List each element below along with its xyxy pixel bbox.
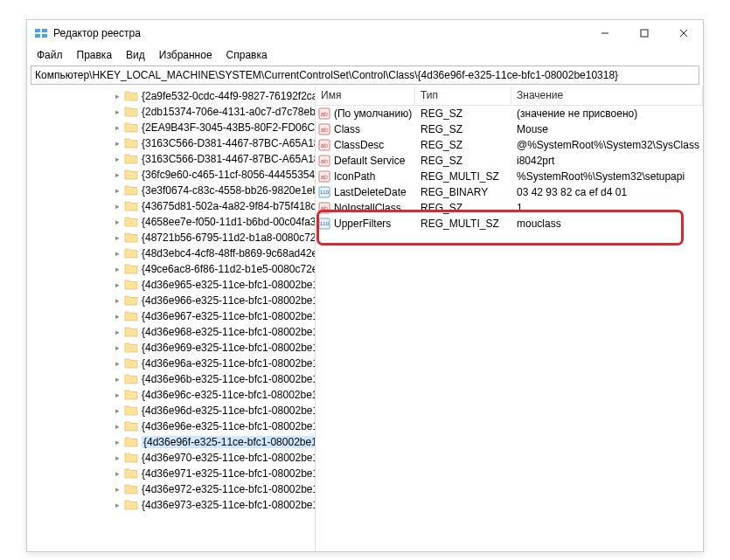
menu-favorites[interactable]: Избранное [153,47,219,63]
value-name: (По умолчанию) [334,107,412,120]
value-row[interactable]: abClassREG_SZMouse [316,121,703,137]
value-row[interactable]: 110UpperFiltersREG_MULTI_SZmouclass [316,216,703,232]
address-bar[interactable]: Компьютер\HKEY_LOCAL_MACHINE\SYSTEM\Curr… [31,66,699,85]
svg-text:ab: ab [321,205,328,211]
tree-item[interactable]: ▸{4d36e96d-e325-11ce-bfc1-08002be1031} [27,403,316,418]
chevron-right-icon[interactable]: ▸ [111,420,123,432]
chevron-right-icon[interactable]: ▸ [111,232,123,244]
tree-item[interactable]: ▸{4d36e969-e325-11ce-bfc1-08002be1031} [27,340,316,356]
svg-rect-1 [42,29,47,32]
chevron-right-icon[interactable]: ▸ [111,389,123,401]
chevron-right-icon[interactable]: ▸ [111,436,123,448]
chevron-right-icon[interactable]: ▸ [111,279,123,291]
window-title: Редактор реестра [53,27,585,39]
tree-item[interactable]: ▸{3163C566-D381-4467-87BC-A65A18D5B} [27,151,316,167]
tree-item-label: {2EA9B43F-3045-43B5-80F2-FD06C55FBE} [142,121,316,134]
tree-item[interactable]: ▸{4d36e96b-e325-11ce-bfc1-08002be1031} [27,371,316,387]
value-row[interactable]: abNoInstallClassREG_SZ1 [316,200,703,216]
tree-item[interactable]: ▸{4d36e972-e325-11ce-bfc1-08002be1031} [27,481,316,497]
tree-item[interactable]: ▸{4d36e971-e325-11ce-bfc1-08002be1031} [27,466,316,481]
tree-item-label: {4d36e967-e325-11ce-bfc1-08002be1031} [142,310,316,322]
tree-item[interactable]: ▸{2db15374-706e-4131-a0c7-d7c78eb0289} [27,104,316,120]
folder-icon [124,467,138,480]
svg-text:110: 110 [320,190,330,195]
chevron-right-icon[interactable]: ▸ [111,452,123,464]
chevron-right-icon[interactable]: ▸ [111,357,123,370]
value-data: @%SystemRoot%\System32\SysClass [511,139,703,151]
tree-item-label: {43675d81-502a-4a82-9f84-b75f418c5de} [142,200,316,212]
tree-item[interactable]: ▸{4d36e96c-e325-11ce-bfc1-08002be1031} [27,387,316,403]
value-row[interactable]: abClassDescREG_SZ@%SystemRoot%\System32\… [316,137,703,153]
tree-item-label: {4d36e973-e325-11ce-bfc1-08002be1031} [142,499,316,511]
tree-panel[interactable]: ▸{2a9fe532-0cdc-44f9-9827-76192f2ca2fb}▸… [27,86,316,551]
column-type[interactable]: Тип [415,86,511,105]
tree-item[interactable]: ▸{4d36e973-e325-11ce-bfc1-08002be1031} [27,497,316,513]
chevron-right-icon[interactable]: ▸ [111,90,123,102]
svg-rect-5 [641,30,648,37]
chevron-right-icon[interactable]: ▸ [111,326,123,338]
chevron-right-icon[interactable]: ▸ [111,467,123,480]
tree-item[interactable]: ▸{2a9fe532-0cdc-44f9-9827-76192f2ca2fb} [27,88,316,104]
menu-view[interactable]: Вид [120,47,151,63]
chevron-right-icon[interactable]: ▸ [111,310,123,322]
tree-item[interactable]: ▸{4d36e96f-e325-11ce-bfc1-08002be10318} [27,434,316,450]
svg-rect-3 [42,34,47,38]
column-name[interactable]: Имя [316,86,415,105]
chevron-right-icon[interactable]: ▸ [111,404,123,417]
tree-item[interactable]: ▸{4d36e966-e325-11ce-bfc1-08002be1031} [27,293,316,308]
menu-edit[interactable]: Правка [71,47,119,63]
chevron-right-icon[interactable]: ▸ [111,263,123,275]
main-panel: ▸{2a9fe532-0cdc-44f9-9827-76192f2ca2fb}▸… [27,86,703,551]
minimize-button[interactable] [585,21,624,45]
menu-help[interactable]: Справка [220,47,274,63]
menu-file[interactable]: Файл [31,47,69,63]
chevron-right-icon[interactable]: ▸ [111,342,123,354]
reg-string-icon: ab [318,202,330,214]
tree-item[interactable]: ▸{4658ee7e-f050-11d1-b6bd-00c04fa372a} [27,214,316,230]
value-row[interactable]: abDefault ServiceREG_SZi8042prt [316,153,703,169]
tree-item[interactable]: ▸{4d36e968-e325-11ce-bfc1-08002be1031} [27,324,316,340]
value-row[interactable]: 110LastDeleteDateREG_BINARY03 42 93 82 c… [316,184,703,200]
folder-icon [124,169,138,181]
value-data: i8042prt [511,155,703,167]
tree-item[interactable]: ▸{4d36e96a-e325-11ce-bfc1-08002be1031} [27,356,316,371]
tree-item[interactable]: ▸{3e3f0674-c83c-4558-bb26-9820e1eba} [27,183,316,198]
chevron-right-icon[interactable]: ▸ [111,184,123,197]
chevron-right-icon[interactable]: ▸ [111,294,123,307]
tree-item[interactable]: ▸{4d36e967-e325-11ce-bfc1-08002be1031} [27,308,316,324]
maximize-button[interactable] [624,21,664,45]
chevron-right-icon[interactable]: ▸ [111,373,123,385]
chevron-right-icon[interactable]: ▸ [111,169,123,181]
tree-item[interactable]: ▸{4d36e965-e325-11ce-bfc1-08002be1031} [27,277,316,293]
tree-item[interactable]: ▸{48d3ebc4-4cf8-48ff-b869-9c68ad42eb} [27,245,316,261]
tree-item[interactable]: ▸{43675d81-502a-4a82-9f84-b75f418c5de} [27,198,316,214]
chevron-right-icon[interactable]: ▸ [111,121,123,134]
folder-icon [124,184,138,197]
value-name: NoInstallClass [334,202,401,214]
tree-item[interactable]: ▸{3163C566-D381-4467-87BC-A65A18D5B} [27,135,316,151]
chevron-right-icon[interactable]: ▸ [111,200,123,212]
chevron-right-icon[interactable]: ▸ [111,216,123,228]
tree-item-label: {4d36e968-e325-11ce-bfc1-08002be1031} [142,326,316,338]
tree-item[interactable]: ▸{36fc9e60-c465-11cf-8056-444553540000} [27,167,316,183]
chevron-right-icon[interactable]: ▸ [111,153,123,165]
chevron-right-icon[interactable]: ▸ [111,137,123,149]
chevron-right-icon[interactable]: ▸ [111,247,123,259]
reg-string-icon: ab [318,107,330,120]
tree-item[interactable]: ▸{4d36e970-e325-11ce-bfc1-08002be1031} [27,450,316,466]
values-panel: Имя Тип Значение ab(По умолчанию)REG_SZ(… [316,86,703,551]
column-value[interactable]: Значение [511,86,703,105]
value-row[interactable]: ab(По умолчанию)REG_SZ(значение не присв… [316,106,703,121]
tree-item[interactable]: ▸{2EA9B43F-3045-43B5-80F2-FD06C55FBE} [27,120,316,135]
tree-item-label: {4d36e96b-e325-11ce-bfc1-08002be1031} [142,373,316,385]
tree-item[interactable]: ▸{48721b56-6795-11d2-b1a8-0080c72e7} [27,230,316,245]
tree-item[interactable]: ▸{49ce6ac8-6f86-11d2-b1e5-0080c72e74} [27,261,316,277]
chevron-right-icon[interactable]: ▸ [111,499,123,511]
svg-text:ab: ab [321,158,328,164]
tree-item[interactable]: ▸{4d36e96e-e325-11ce-bfc1-08002be1031} [27,418,316,434]
chevron-right-icon[interactable]: ▸ [111,483,123,495]
tree-item-label: {4d36e96d-e325-11ce-bfc1-08002be1031} [142,404,316,417]
close-button[interactable] [664,21,703,45]
value-row[interactable]: abIconPathREG_MULTI_SZ%SystemRoot%\Syste… [316,169,703,184]
chevron-right-icon[interactable]: ▸ [111,106,123,118]
